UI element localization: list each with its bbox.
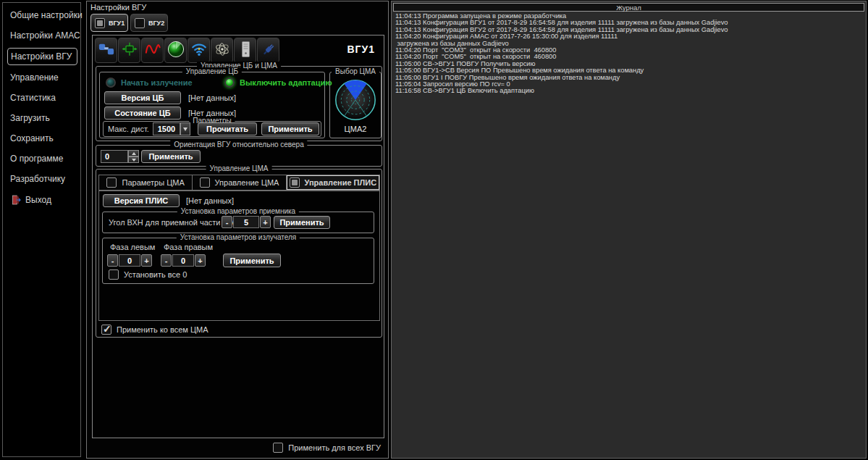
wifi-icon [190, 41, 208, 59]
apply-all-cma-label: Применить ко всем ЦМА [117, 325, 208, 334]
apply-all-cma-checkbox[interactable] [101, 325, 111, 335]
sidebar-item[interactable]: Общие настройки [7, 7, 77, 23]
receiver-params-title: Установка параметров приемника [177, 207, 299, 216]
radar-icon [167, 41, 185, 60]
orientation-group: Ориентация ВГУ относительно севера 0 При… [96, 145, 382, 167]
vgu1-checkbox[interactable] [95, 18, 105, 28]
cb-version-button[interactable]: Версия ЦБ [104, 91, 181, 104]
cma-control-group: Управление ЦМА Параметры ЦМА Управление … [96, 169, 382, 338]
max-dist-dropdown-button[interactable] [180, 122, 190, 135]
toolbar [95, 38, 279, 63]
sidebar-item[interactable]: Настройки АМАС [7, 28, 77, 43]
max-dist-value: 1500 [153, 122, 180, 135]
phase-left-plus-button[interactable]: + [141, 254, 152, 267]
connection-button[interactable] [95, 38, 117, 63]
phase-left-value: 0 [119, 254, 140, 267]
max-dist-combobox[interactable]: 1500 [153, 122, 190, 135]
receiver-params-group: Установка параметров приемника Угол ВХН … [102, 212, 374, 233]
cma-tab-bar: Параметры ЦМА Управление ЦМА Управление … [98, 175, 380, 191]
tab-vgu2[interactable]: ВГУ2 [130, 14, 168, 32]
phase-right-plus-button[interactable]: + [195, 254, 206, 267]
circuit-button[interactable] [118, 38, 140, 63]
orientation-title: Ориентация ВГУ относительно севера [170, 141, 307, 149]
log-entries[interactable]: 11:04:13 Программа запущена в режиме раз… [395, 13, 863, 455]
sidebar-item[interactable]: Статистика [7, 90, 77, 106]
apply-params-button[interactable]: Применить [261, 122, 319, 135]
sidebar-item[interactable]: Выход [7, 191, 77, 209]
plug-icon [260, 41, 277, 59]
cma-radar-widget[interactable] [330, 78, 381, 122]
orientation-apply-button[interactable]: Применить [141, 150, 201, 163]
sidebar-item-label: Статистика [10, 93, 56, 103]
angle-plus-button[interactable]: + [260, 216, 271, 228]
sidebar-item[interactable]: Разработчику [7, 171, 77, 187]
gyro-button[interactable] [211, 38, 233, 63]
angle-minus-button[interactable]: - [222, 216, 232, 228]
spin-down-button[interactable] [128, 156, 139, 163]
vgu2-checkbox[interactable] [135, 18, 145, 28]
start-emission-lamp[interactable] [106, 78, 116, 88]
emitter-params-title: Установка параметров излучателя [177, 233, 300, 242]
plis-control-checkbox[interactable] [290, 177, 300, 188]
orientation-value: 0 [101, 150, 128, 163]
read-params-button[interactable]: Прочитать [198, 122, 257, 135]
sidebar-item[interactable]: О программе [7, 151, 77, 167]
emitter-apply-button[interactable]: Применить [223, 254, 281, 267]
set-all-zero-checkbox[interactable] [109, 269, 119, 280]
sidebar-item[interactable]: Управление [7, 70, 77, 85]
log-panel: Журнал 11:04:13 Программа запущена в реж… [391, 1, 867, 459]
tab-cma-control[interactable]: Управление ЦМА [193, 175, 286, 190]
selected-cma-label: ЦМА2 [330, 125, 381, 133]
chevron-down-icon [183, 127, 187, 131]
log-entry: 11:16:58 СВ->ВГУ1 ЦБ Включить адаптацию [395, 88, 863, 94]
orientation-spinner[interactable]: 0 [101, 150, 139, 163]
radar-button[interactable] [164, 38, 187, 63]
receiver-apply-button[interactable]: Применить [274, 216, 330, 229]
set-all-zero-label: Установить все 0 [124, 270, 187, 279]
cma-params-checkbox[interactable] [106, 177, 117, 188]
tab-vgu1[interactable]: ВГУ1 [90, 14, 128, 32]
server-icon [237, 41, 254, 60]
sidebar-item[interactable]: Сохранить [7, 130, 77, 146]
sidebar-item[interactable]: Настройки ВГУ [7, 48, 77, 65]
sidebar-item[interactable]: Загрузить [7, 110, 77, 126]
spin-up-button[interactable] [128, 150, 139, 156]
plis-tab-content: Версия ПЛИС [Нет данных] Установка парам… [98, 191, 380, 321]
sidebar-item-label: Настройки АМАС [10, 30, 80, 41]
wifi-button[interactable] [187, 38, 210, 63]
radar-sector-icon [334, 78, 377, 122]
cma-control-checkbox[interactable] [200, 177, 210, 188]
apply-all-vgu-checkbox[interactable] [273, 443, 283, 453]
sidebar-item-label: Разработчику [10, 174, 65, 184]
server-button[interactable] [234, 38, 256, 63]
sidebar-item-label: О программе [10, 154, 63, 164]
arrow-up-icon [132, 152, 136, 155]
phase-left-minus-button[interactable]: - [107, 254, 118, 267]
tab-plis-control[interactable]: Управление ПЛИС [287, 175, 379, 190]
log-title: Журнал [393, 3, 864, 12]
current-unit-label: ВГУ1 [347, 43, 375, 55]
sidebar-item-label: Выход [25, 195, 51, 205]
cb-state-button[interactable]: Состояние ЦБ [104, 106, 181, 120]
angle-spinner: - 5 + [222, 216, 271, 228]
plis-version-button[interactable]: Версия ПЛИС [103, 194, 180, 207]
tab-vgu2-label: ВГУ2 [148, 20, 164, 27]
circuit-icon [121, 41, 138, 59]
cb-control-title: Управление ЦБ [182, 67, 242, 76]
sidebar-item-label: Управление [10, 72, 59, 83]
exit-door-icon [10, 194, 22, 206]
tab-cma-params[interactable]: Параметры ЦМА [99, 175, 193, 190]
cma-select-title: Выбор ЦМА [332, 67, 379, 76]
start-emission-label: Начать излучение [121, 78, 193, 87]
cb-version-value: [Нет данных] [188, 93, 236, 102]
apply-all-vgu-label: Применить для всех ВГУ [288, 443, 381, 452]
plug-button[interactable] [257, 38, 279, 63]
cma-select-group: Выбор ЦМА [329, 72, 382, 138]
phase-right-minus-button[interactable]: - [161, 254, 172, 267]
disable-adaptation-lamp[interactable] [224, 78, 235, 88]
sidebar-item-label: Сохранить [10, 133, 54, 143]
cma-control-title: Управление ЦМА [206, 164, 272, 173]
phase-right-spinner: - 0 + [161, 254, 206, 267]
gyro-icon [214, 41, 231, 59]
signal-button[interactable] [141, 38, 164, 63]
